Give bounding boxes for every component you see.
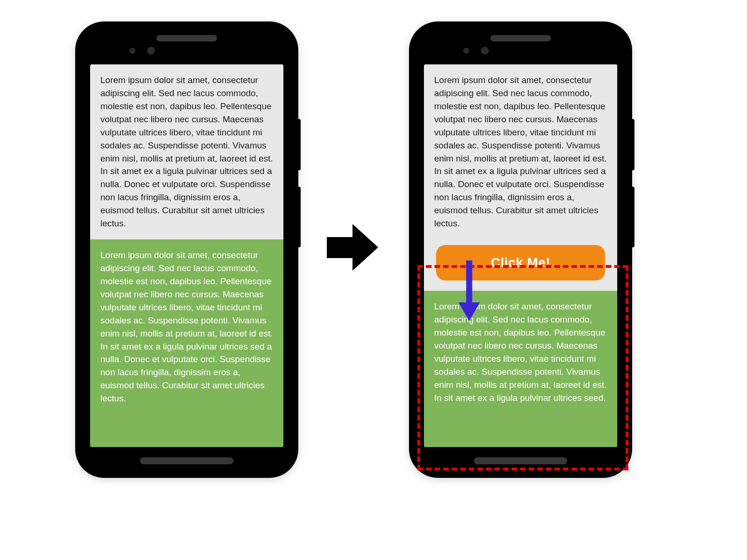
content-block-2: Lorem ipsum dolor sit amet, consectetur … bbox=[90, 239, 283, 447]
content-block-2: Lorem ipsum dolor sit amet, consectetur … bbox=[424, 291, 617, 447]
speaker-top bbox=[156, 35, 217, 42]
volume-button bbox=[630, 187, 634, 247]
content-block-1: Lorem ipsum dolor sit amet, consectetur … bbox=[90, 64, 283, 239]
paragraph-2: Lorem ipsum dolor sit amet, consectetur … bbox=[100, 249, 273, 405]
power-button bbox=[296, 119, 301, 170]
front-camera bbox=[147, 47, 155, 55]
front-camera bbox=[481, 47, 489, 55]
power-button bbox=[630, 119, 634, 170]
phone-before: Lorem ipsum dolor sit amet, consectetur … bbox=[77, 23, 296, 476]
transition-arrow-icon bbox=[327, 224, 378, 271]
screen-before[interactable]: Lorem ipsum dolor sit amet, consectetur … bbox=[90, 64, 283, 447]
diagram-canvas: Lorem ipsum dolor sit amet, consectetur … bbox=[0, 0, 747, 560]
phone-after: Lorem ipsum dolor sit amet, consectetur … bbox=[411, 23, 630, 476]
button-row: Click Me! bbox=[424, 235, 617, 291]
paragraph-1: Lorem ipsum dolor sit amet, consectetur … bbox=[434, 74, 607, 230]
arrow-head bbox=[352, 224, 378, 271]
speaker-top bbox=[490, 35, 551, 42]
content-block-1: Lorem ipsum dolor sit amet, consectetur … bbox=[424, 64, 617, 235]
click-me-label: Click Me! bbox=[491, 255, 550, 270]
speaker-bottom bbox=[140, 457, 233, 464]
arrow-shaft bbox=[327, 237, 352, 258]
click-me-button[interactable]: Click Me! bbox=[436, 245, 605, 280]
arrow-head bbox=[458, 302, 480, 321]
shift-down-arrow-icon bbox=[463, 260, 475, 321]
sensor-dot bbox=[463, 48, 469, 54]
sensor-dot bbox=[129, 48, 135, 54]
volume-button bbox=[296, 187, 301, 247]
paragraph-1: Lorem ipsum dolor sit amet, consectetur … bbox=[100, 74, 273, 230]
screen-after[interactable]: Lorem ipsum dolor sit amet, consectetur … bbox=[424, 64, 617, 447]
arrow-shaft bbox=[466, 260, 472, 307]
speaker-bottom bbox=[474, 457, 567, 464]
